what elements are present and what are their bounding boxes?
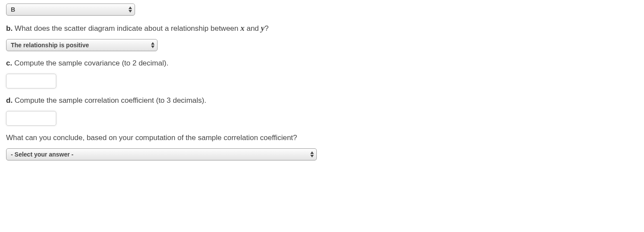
covariance-input[interactable] [6, 74, 56, 88]
question-c-text: c. Compute the sample covariance (to 2 d… [6, 59, 638, 68]
chevron-updown-icon [151, 42, 155, 48]
question-d-label: d. [6, 96, 13, 105]
svg-marker-5 [310, 155, 314, 157]
svg-marker-2 [151, 42, 155, 45]
math-var-y: y [261, 23, 264, 33]
question-c-label: c. [6, 59, 12, 67]
question-d-text: d. Compute the sample correlation coeffi… [6, 96, 638, 105]
dropdown-a-value: B [11, 6, 15, 13]
chevron-updown-icon [310, 151, 314, 157]
math-var-x: x [240, 23, 245, 33]
dropdown-e[interactable]: - Select your answer - [6, 148, 317, 160]
svg-marker-1 [129, 10, 132, 13]
svg-marker-3 [151, 46, 155, 48]
svg-marker-0 [129, 7, 132, 9]
question-e-text: What can you conclude, based on your com… [6, 134, 638, 142]
correlation-input[interactable] [6, 111, 56, 126]
question-b-label: b. [6, 24, 13, 33]
dropdown-e-value: - Select your answer - [11, 151, 74, 158]
svg-marker-4 [310, 151, 314, 154]
chevron-updown-icon [129, 7, 132, 13]
question-b-text: b. What does the scatter diagram indicat… [6, 23, 638, 33]
dropdown-b-value: The relationship is positive [11, 42, 89, 49]
dropdown-b[interactable]: The relationship is positive [6, 39, 158, 51]
dropdown-a[interactable]: B [6, 3, 135, 16]
